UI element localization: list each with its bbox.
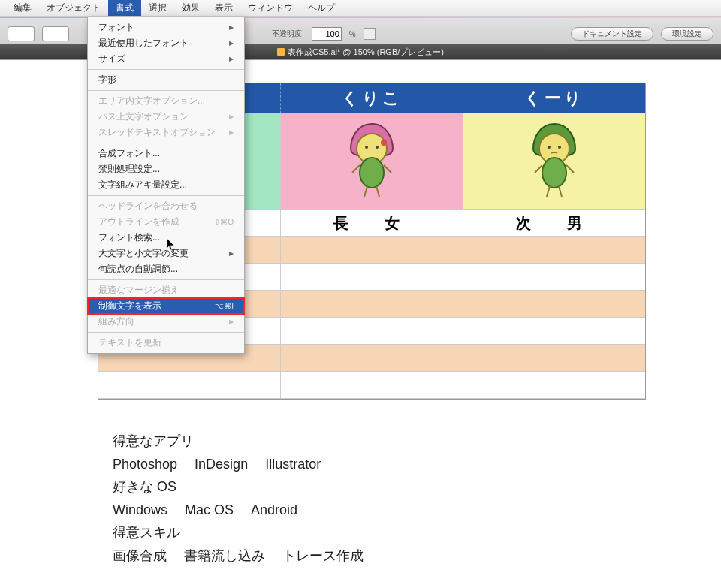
menu-item[interactable]: 句読点の自動調節... [88, 261, 244, 277]
opacity-input[interactable] [312, 27, 342, 41]
svg-point-4 [360, 158, 384, 188]
os-android: Android [251, 499, 297, 522]
menu-view[interactable]: 表示 [207, 0, 240, 16]
menu-object[interactable]: オブジェクト [39, 0, 108, 16]
menu-item-label: サイズ [98, 53, 125, 65]
menu-window[interactable]: ウィンドウ [240, 0, 300, 16]
menu-item: ヘッドラインを合わせる [88, 198, 244, 214]
character-cell-kuriko [280, 113, 463, 210]
table-cell [98, 372, 280, 399]
table-cell [463, 264, 645, 291]
svg-point-3 [381, 140, 387, 146]
menu-item-label: パス上文字オプション [98, 110, 189, 123]
menu-item-label: アウトラインを作成 [98, 216, 179, 228]
menu-item-label: エリア内文字オプション... [98, 95, 205, 107]
menu-help[interactable]: ヘルプ [300, 0, 342, 16]
menu-item[interactable]: フォント検索... [88, 230, 244, 246]
menu-item[interactable]: 字形 [88, 72, 244, 88]
type-menu-dropdown: フォント最近使用したフォントサイズ字形エリア内文字オプション...パス上文字オプ… [87, 17, 245, 354]
menu-item[interactable]: フォント [88, 20, 244, 35]
menu-item-label: 大文字と小文字の変更 [98, 247, 189, 260]
svg-line-7 [364, 186, 367, 197]
selector-dropdown-1[interactable] [8, 26, 35, 41]
menu-item-label: 制御文字を表示 [98, 300, 161, 312]
svg-point-11 [558, 146, 561, 149]
article-text: 得意なアプリ Photoshop InDesign Illustrator 好き… [113, 430, 721, 568]
menu-item: 最適なマージン揃え [88, 282, 244, 298]
menu-item-label: 字形 [98, 74, 116, 86]
menu-item[interactable]: 合成フォント... [88, 146, 244, 161]
menu-item: スレッドテキストオプション [88, 125, 244, 140]
menu-item-label: 最適なマージン揃え [98, 284, 179, 297]
preferences-button[interactable]: 環境設定 [661, 27, 713, 41]
menu-item[interactable]: 制御文字を表示⌥⌘I [88, 298, 244, 314]
menu-separator [88, 279, 244, 280]
os-list: Windows Mac OS Android [113, 499, 721, 522]
header-cell-2: くりこ [280, 83, 463, 113]
menu-item: パス上文字オプション [88, 109, 244, 125]
label-cell-2: 長 女 [280, 210, 463, 237]
svg-line-6 [384, 165, 391, 173]
menu-separator [88, 143, 244, 143]
menu-select[interactable]: 選択 [141, 0, 174, 16]
menubar: 編集 オブジェクト 書式 選択 効果 表示 ウィンドウ ヘルプ [0, 0, 721, 17]
app-indesign: InDesign [195, 453, 248, 476]
svg-line-5 [352, 165, 360, 173]
tool-toggle-icon[interactable] [364, 28, 376, 40]
table-cell [280, 237, 463, 264]
menu-item: アウトラインを作成⇧⌘O [88, 214, 244, 230]
skill-composite: 画像合成 [113, 544, 167, 568]
opacity-label: 不透明度: [272, 29, 304, 39]
heading-apps: 得意なアプリ [113, 430, 721, 453]
table-cell [280, 345, 463, 372]
menu-item-shortcut: ⌥⌘I [215, 302, 234, 310]
menu-item-label: 句読点の自動調節... [98, 263, 178, 276]
table-row [98, 372, 645, 399]
table-cell [280, 264, 463, 291]
selector-dropdown-2[interactable] [42, 26, 69, 41]
menu-item-label: スレッドテキストオプション [98, 126, 216, 139]
header-cell-3: くーり [463, 83, 645, 113]
table-cell [463, 291, 645, 318]
menu-edit[interactable]: 編集 [6, 0, 39, 16]
skills-list: 画像合成 書籍流し込み トレース作成 [113, 544, 721, 568]
table-cell [280, 372, 463, 399]
apps-list: Photoshop InDesign Illustrator [113, 453, 721, 476]
svg-point-12 [542, 158, 566, 188]
document-tab-label: 表作成CS5.ai* @ 150% (RGB/プレビュー) [288, 47, 444, 56]
menu-item[interactable]: 禁則処理設定... [88, 161, 244, 177]
menu-item-label: 文字組みアキ量設定... [98, 179, 187, 191]
menu-item[interactable]: 最近使用したフォント [88, 35, 244, 51]
table-cell [280, 318, 463, 345]
menu-item[interactable]: サイズ [88, 51, 244, 67]
svg-line-14 [566, 165, 574, 173]
character-cell-kuuri [463, 113, 645, 210]
menu-separator [88, 332, 244, 333]
menu-item-label: 合成フォント... [98, 147, 160, 160]
skill-trace: トレース作成 [282, 544, 364, 568]
document-setup-button[interactable]: ドキュメント設定 [571, 27, 653, 41]
svg-line-16 [559, 186, 562, 197]
menu-item-label: 禁則処理設定... [98, 163, 160, 176]
skill-book-flow: 書籍流し込み [184, 544, 265, 568]
menu-item-label: 組み方向 [98, 315, 134, 328]
table-cell [463, 372, 645, 399]
heading-skills: 得意スキル [113, 521, 721, 544]
menu-item-label: フォント検索... [98, 231, 160, 244]
label-cell-3: 次 男 [463, 210, 645, 237]
table-cell [463, 237, 645, 264]
app-illustrator: Illustrator [265, 453, 321, 476]
menu-separator [88, 195, 244, 196]
character-kuriko [342, 120, 402, 203]
menu-item[interactable]: 文字組みアキ量設定... [88, 177, 244, 193]
menu-effect[interactable]: 効果 [174, 0, 207, 16]
menu-item[interactable]: 大文字と小文字の変更 [88, 246, 244, 261]
document-icon [277, 48, 285, 56]
svg-point-1 [365, 146, 368, 149]
os-windows: Windows [113, 499, 167, 522]
os-mac: Mac OS [185, 499, 234, 522]
menu-item-label: テキストを更新 [98, 336, 161, 349]
app-photoshop: Photoshop [113, 453, 177, 476]
menu-type[interactable]: 書式 [108, 0, 141, 16]
menu-item: テキストを更新 [88, 335, 244, 351]
